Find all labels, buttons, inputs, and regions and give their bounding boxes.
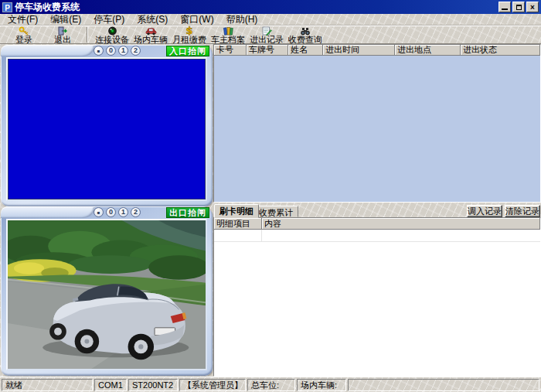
detail-panel: 刷卡明细 收费累计 调入记录 清除记录 明细项目 内容 <box>213 203 541 377</box>
column-header-inout-status[interactable]: 进出状态 <box>461 45 540 56</box>
entry-camera-panel: ■ 0 1 2 入口抬闸 <box>1 45 213 206</box>
column-header-name[interactable]: 姓名 <box>288 45 323 56</box>
column-header-inout-place[interactable]: 进出地点 <box>395 45 461 56</box>
column-header-content[interactable]: 内容 <box>262 218 540 230</box>
toolbar-label: 场内车辆 <box>134 36 168 44</box>
status-operator: 【系统管理员】 <box>179 379 246 391</box>
status-total-spaces: 总车位: <box>247 379 295 391</box>
records-table-body <box>214 56 540 202</box>
restore-button[interactable] <box>512 2 525 12</box>
toolbar-label: 退出 <box>54 36 71 44</box>
status-com-port: COM1 <box>94 379 127 391</box>
detail-tabs: 刷卡明细 收费累计 调入记录 清除记录 <box>213 204 541 217</box>
toolbar-owner-archive-button[interactable]: 车主档案 <box>209 26 247 44</box>
menu-window[interactable]: 窗口(W) <box>174 14 219 26</box>
toolbar-separator <box>87 27 88 43</box>
menu-parking[interactable]: 停车(P) <box>87 14 131 26</box>
menu-system[interactable]: 系统(S) <box>131 14 174 26</box>
column-header-card-no[interactable]: 卡号 <box>214 45 247 56</box>
entry-camera-2-button[interactable]: 2 <box>131 46 141 56</box>
toolbar-connect-device-button[interactable]: 连接设备 <box>93 26 131 44</box>
column-header-detail-item[interactable]: 明细项目 <box>214 218 262 230</box>
detail-table-header: 明细项目 内容 <box>214 218 540 230</box>
entry-camera-stop-button[interactable]: ■ <box>94 46 104 56</box>
toolbar-label: 进出记录 <box>250 36 284 44</box>
binoculars-icon <box>300 26 311 36</box>
toolbar-login-button[interactable]: 登录 <box>5 26 43 44</box>
minimize-icon <box>502 9 508 10</box>
exit-camera-1-button[interactable]: 1 <box>118 207 128 217</box>
detail-item-cell <box>214 230 262 241</box>
record-note-icon <box>261 26 272 36</box>
content-cell <box>262 230 540 241</box>
toolbar: 登录 退出 连接设备 场内车辆 $ 月租缴费 车主档案 进出记录 <box>0 26 541 44</box>
window-title: 停车场收费系统 <box>15 1 498 14</box>
dollar-icon: $ <box>185 26 194 36</box>
tab-fee-total[interactable]: 收费累计 <box>253 206 298 217</box>
titlebar: P 停车场收费系统 × <box>0 0 541 14</box>
toolbar-label: 连接设备 <box>95 36 129 44</box>
toolbar-inout-records-button[interactable]: 进出记录 <box>247 26 286 44</box>
exit-camera-panel: ■ 0 1 2 出口抬闸 <box>1 206 213 376</box>
panel-header-decoration <box>1 45 95 56</box>
app-icon: P <box>2 2 12 12</box>
status-onsite-vehicles: 场内车辆: <box>297 379 346 391</box>
toolbar-exit-button[interactable]: 退出 <box>43 26 82 44</box>
panel-header-decoration <box>1 206 95 218</box>
column-header-plate-no[interactable]: 车牌号 <box>247 45 288 56</box>
exit-camera-stop-button[interactable]: ■ <box>94 207 104 217</box>
parking-app-window: { "window": { "icon_letter": "P", "title… <box>0 0 541 392</box>
tab-card-detail[interactable]: 刷卡明细 <box>214 204 259 218</box>
exit-camera-2-button[interactable]: 2 <box>131 207 141 217</box>
toolbar-label: 收费查询 <box>288 36 322 44</box>
close-button[interactable]: × <box>526 2 539 12</box>
menubar: 文件(F) 编辑(E) 停车(P) 系统(S) 窗口(W) 帮助(H) <box>0 14 541 26</box>
camera-lens-icon <box>107 26 117 36</box>
key-icon <box>19 26 29 36</box>
statusbar: 就绪 COM1 ST200NT2 【系统管理员】 总车位: 场内车辆: <box>0 377 541 392</box>
status-ready: 就绪 <box>2 379 93 391</box>
toolbar-label: 车主档案 <box>211 36 245 44</box>
archive-books-icon <box>223 26 233 36</box>
entry-camera-1-button[interactable]: 1 <box>118 46 128 56</box>
toolbar-fee-query-button[interactable]: 收费查询 <box>286 26 325 44</box>
status-empty <box>348 379 539 391</box>
toolbar-label: 月租缴费 <box>172 36 206 44</box>
toolbar-monthly-fee-button[interactable]: $ 月租缴费 <box>170 26 209 44</box>
toolbar-label: 登录 <box>15 36 32 44</box>
detail-table-empty-row <box>214 230 540 242</box>
exit-camera-video <box>6 219 207 370</box>
entry-camera-0-button[interactable]: 0 <box>106 46 116 56</box>
exit-camera-0-button[interactable]: 0 <box>106 207 116 217</box>
records-table-header: 卡号 车牌号 姓名 进出时间 进出地点 进出状态 <box>214 45 540 56</box>
menu-edit[interactable]: 编辑(E) <box>44 14 87 26</box>
clear-records-button[interactable]: 清除记录 <box>505 205 540 217</box>
toolbar-onsite-vehicles-button[interactable]: 场内车辆 <box>131 26 170 44</box>
menu-file[interactable]: 文件(F) <box>2 14 44 26</box>
card-detail-table: 明细项目 内容 <box>213 217 541 377</box>
exit-gate-open-button[interactable]: 出口抬闸 <box>166 207 209 218</box>
car-icon <box>145 26 157 36</box>
load-records-button[interactable]: 调入记录 <box>467 205 502 217</box>
entry-gate-open-button[interactable]: 入口抬闸 <box>166 46 209 56</box>
exit-door-icon <box>57 26 68 36</box>
restore-icon <box>516 5 522 10</box>
car-photo <box>8 220 206 369</box>
status-device-model: ST200NT2 <box>128 379 178 391</box>
menu-help[interactable]: 帮助(H) <box>220 14 264 26</box>
inout-records-table: 卡号 车牌号 姓名 进出时间 进出地点 进出状态 <box>213 44 541 203</box>
column-header-inout-time[interactable]: 进出时间 <box>323 45 395 56</box>
minimize-button[interactable] <box>498 2 511 12</box>
entry-camera-video <box>6 57 207 201</box>
